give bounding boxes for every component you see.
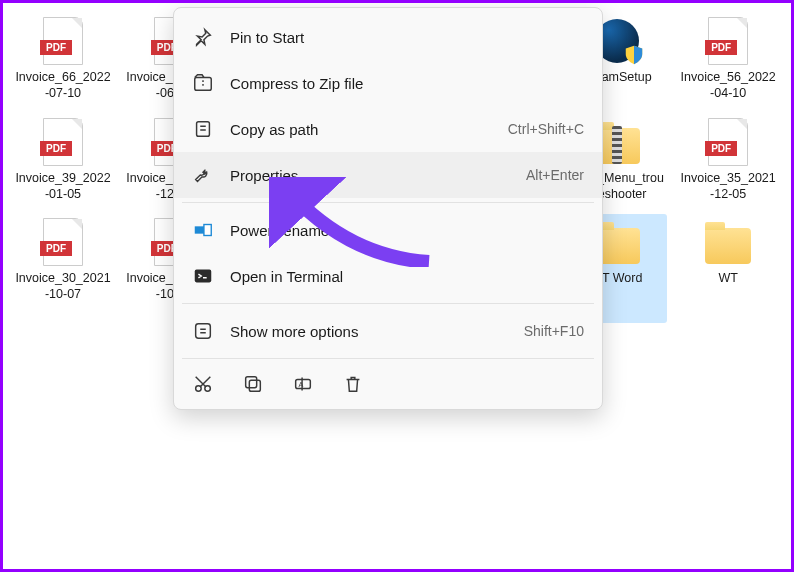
menu-pin-to-start[interactable]: Pin to Start <box>174 14 602 60</box>
more-options-icon <box>192 320 214 342</box>
svg-text:A: A <box>298 380 303 389</box>
rename-icon[interactable]: A <box>292 373 314 395</box>
menu-label: Show more options <box>230 323 524 340</box>
svg-rect-9 <box>246 377 257 388</box>
file-item[interactable]: PDFInvoice_56_2022-04-10 <box>678 13 778 106</box>
menu-powerrename[interactable]: PowerRename <box>174 207 602 253</box>
pin-icon <box>192 26 214 48</box>
context-menu: Pin to Start Compress to Zip file Copy a… <box>173 7 603 410</box>
svg-rect-5 <box>196 324 211 339</box>
menu-action-row: A <box>174 363 602 403</box>
menu-label: Properties <box>230 167 526 184</box>
svg-rect-4 <box>195 270 212 283</box>
menu-copy-as-path[interactable]: Copy as path Ctrl+Shift+C <box>174 106 602 152</box>
pdf-file-icon: PDF <box>39 118 87 166</box>
file-label: Invoice_56_2022-04-10 <box>680 69 776 102</box>
menu-label: Copy as path <box>230 121 508 138</box>
menu-open-terminal[interactable]: Open in Terminal <box>174 253 602 299</box>
pdf-file-icon: PDF <box>704 118 752 166</box>
folder-icon <box>704 218 752 266</box>
svg-rect-8 <box>249 380 260 391</box>
file-label: WT <box>718 270 737 286</box>
file-item[interactable]: PDFInvoice_35_2021-12-05 <box>678 114 778 207</box>
file-label: Invoice_35_2021-12-05 <box>680 170 776 203</box>
terminal-icon <box>192 265 214 287</box>
powerrename-icon <box>192 219 214 241</box>
menu-label: Compress to Zip file <box>230 75 584 92</box>
zip-icon <box>192 72 214 94</box>
menu-shortcut: Alt+Enter <box>526 167 584 183</box>
delete-icon[interactable] <box>342 373 364 395</box>
wrench-icon <box>192 164 214 186</box>
menu-shortcut: Ctrl+Shift+C <box>508 121 584 137</box>
cut-icon[interactable] <box>192 373 214 395</box>
menu-label: Pin to Start <box>230 29 584 46</box>
file-label: Invoice_30_2021-10-07 <box>15 270 111 303</box>
file-label: Invoice_66_2022-07-10 <box>15 69 111 102</box>
menu-label: PowerRename <box>230 222 584 239</box>
menu-compress-zip[interactable]: Compress to Zip file <box>174 60 602 106</box>
menu-shortcut: Shift+F10 <box>524 323 584 339</box>
file-item[interactable]: PDFInvoice_30_2021-10-07 <box>13 214 113 323</box>
pdf-file-icon: PDF <box>704 17 752 65</box>
copy-icon[interactable] <box>242 373 264 395</box>
file-label: Invoice_39_2022-01-05 <box>15 170 111 203</box>
copy-path-icon <box>192 118 214 140</box>
pdf-file-icon: PDF <box>39 218 87 266</box>
svg-rect-1 <box>197 122 210 137</box>
menu-properties[interactable]: Properties Alt+Enter <box>174 152 602 198</box>
menu-label: Open in Terminal <box>230 268 584 285</box>
file-item[interactable]: PDFInvoice_66_2022-07-10 <box>13 13 113 106</box>
file-item[interactable]: PDFInvoice_39_2022-01-05 <box>13 114 113 207</box>
menu-show-more[interactable]: Show more options Shift+F10 <box>174 308 602 354</box>
pdf-file-icon: PDF <box>39 17 87 65</box>
svg-rect-3 <box>204 225 211 236</box>
file-item[interactable]: WT <box>678 214 778 323</box>
